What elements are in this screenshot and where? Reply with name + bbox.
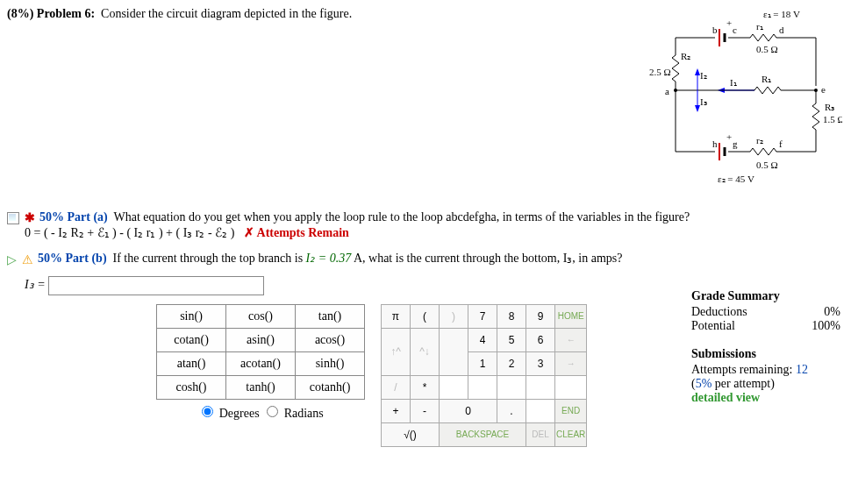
tan-button[interactable]: tan() xyxy=(296,304,365,328)
part-b-q-post: A, what is the current through the botto… xyxy=(351,252,622,265)
svg-text:2.5 Ω: 2.5 Ω xyxy=(649,67,671,77)
svg-text:r₂: r₂ xyxy=(756,135,763,146)
home-button[interactable]: HOME xyxy=(555,304,587,328)
radians-radio[interactable]: Radians xyxy=(262,407,324,420)
lparen-button[interactable]: ( xyxy=(411,304,440,328)
svg-text:a: a xyxy=(665,86,669,96)
grade-title: Grade Summary xyxy=(691,289,840,303)
svg-text:I₂: I₂ xyxy=(700,70,707,81)
num-7[interactable]: 7 xyxy=(468,304,497,328)
svg-text:+: + xyxy=(726,18,732,28)
num-5[interactable]: 5 xyxy=(497,328,526,351)
part-b-title: 50% Part (b) xyxy=(38,252,107,265)
svg-text:0.5 Ω: 0.5 Ω xyxy=(756,160,778,170)
svg-text:ε₁ = 18 V: ε₁ = 18 V xyxy=(763,9,800,19)
number-pad: π ( ) 7 8 9 HOME ↑^ ^↓ 4 5 6 ← 1 2 3 → /… xyxy=(381,304,587,447)
svg-text:e: e xyxy=(821,84,826,95)
svg-text:ε₂ = 45 V: ε₂ = 45 V xyxy=(718,174,754,184)
svg-text:+: + xyxy=(726,131,732,142)
up-button[interactable]: ↑^ xyxy=(382,328,411,375)
sin-button[interactable]: sin() xyxy=(157,304,226,328)
svg-text:c: c xyxy=(733,25,737,35)
part-a-answer: 0 = ( - I₂ R₂ + ℰ₁ ) - ( I₂ r₁ ) + ( I₃ … xyxy=(25,226,234,239)
x-icon: ✱ xyxy=(25,210,35,225)
cotanh-button[interactable]: cotanh() xyxy=(296,375,365,399)
acos-button[interactable]: acos() xyxy=(296,328,365,351)
multiply-button[interactable]: * xyxy=(411,375,440,399)
part-b-given: I₂ = 0.37 xyxy=(306,252,352,265)
play-icon: ▷ xyxy=(7,252,17,267)
num-6[interactable]: 6 xyxy=(526,328,555,351)
svg-text:I₃: I₃ xyxy=(700,96,707,107)
problem-label: Problem 6: xyxy=(37,7,95,20)
svg-text:R₃: R₃ xyxy=(825,102,834,112)
part-a-title: 50% Part (a) xyxy=(39,210,108,224)
tanh-button[interactable]: tanh() xyxy=(226,375,296,399)
num-4[interactable]: 4 xyxy=(468,328,497,351)
cotan-button[interactable]: cotan() xyxy=(157,328,226,351)
pi-button[interactable]: π xyxy=(382,304,411,328)
part-a: ✱ 50% Part (a) What equation do you get … xyxy=(7,210,851,240)
num-3[interactable]: 3 xyxy=(526,351,555,375)
rparen-button[interactable]: ) xyxy=(440,304,468,328)
plus-button[interactable]: + xyxy=(382,399,411,422)
problem-percent: (8%) xyxy=(7,7,33,20)
minus-button[interactable]: - xyxy=(411,399,440,422)
sinh-button[interactable]: sinh() xyxy=(296,351,365,375)
part-b: ▷ ⚠ 50% Part (b) If the current through … xyxy=(7,251,851,266)
svg-text:0.5 Ω: 0.5 Ω xyxy=(756,44,778,54)
right-button[interactable]: → xyxy=(555,351,587,375)
end-button[interactable]: END xyxy=(555,399,587,422)
svg-text:g: g xyxy=(733,138,738,149)
num-0[interactable]: 0 xyxy=(440,399,497,422)
degrees-radio[interactable]: Degrees xyxy=(197,407,259,420)
divide-button[interactable]: / xyxy=(382,375,411,399)
acotan-button[interactable]: acotan() xyxy=(226,351,296,375)
svg-text:r₁: r₁ xyxy=(756,21,763,32)
svg-text:h: h xyxy=(712,138,718,149)
backspace-button[interactable]: BACKSPACE xyxy=(440,422,526,446)
cosh-button[interactable]: cosh() xyxy=(157,375,226,399)
clear-button[interactable]: CLEAR xyxy=(555,422,587,446)
svg-text:R₂: R₂ xyxy=(681,51,690,61)
answer-input[interactable] xyxy=(48,276,264,295)
atan-button[interactable]: atan() xyxy=(157,351,226,375)
i3-label: I₃ = xyxy=(25,278,48,291)
part-a-question: What equation do you get when you apply … xyxy=(114,210,690,224)
problem-text: Consider the circuit diagram depicted in… xyxy=(101,7,352,20)
num-8[interactable]: 8 xyxy=(497,304,526,328)
svg-text:1.5 Ω: 1.5 Ω xyxy=(823,114,842,124)
svg-text:R₁: R₁ xyxy=(761,74,771,84)
asin-button[interactable]: asin() xyxy=(226,328,296,351)
left-button[interactable]: ← xyxy=(555,328,587,351)
down-button[interactable]: ^↓ xyxy=(411,328,440,375)
svg-text:d: d xyxy=(779,25,784,35)
circuit-figure: text{font-family:'Times New Roman',serif… xyxy=(649,7,842,191)
checkbox-icon xyxy=(7,212,19,224)
part-b-q-pre: If the current through the top branch is xyxy=(113,252,306,265)
cos-button[interactable]: cos() xyxy=(226,304,296,328)
dot-button[interactable]: . xyxy=(497,399,526,422)
grade-summary: Grade Summary Deductions0% Potential100%… xyxy=(691,289,840,405)
sqrt-button[interactable]: √() xyxy=(382,422,440,446)
svg-text:b: b xyxy=(712,25,718,35)
svg-text:I₁: I₁ xyxy=(730,77,737,88)
del-button[interactable]: DEL xyxy=(526,422,555,446)
num-9[interactable]: 9 xyxy=(526,304,555,328)
submissions-title: Submissions xyxy=(691,347,840,361)
num-2[interactable]: 2 xyxy=(497,351,526,375)
warning-icon: ⚠ xyxy=(22,252,33,267)
svg-text:f: f xyxy=(779,138,783,149)
function-pad: sin()cos()tan() cotan()asin()acos() atan… xyxy=(156,304,365,400)
attempts-count: 12 xyxy=(796,363,808,376)
num-1[interactable]: 1 xyxy=(468,351,497,375)
detailed-view-link[interactable]: detailed view xyxy=(691,391,840,405)
attempts-remain: ✗ Attempts Remain xyxy=(244,226,349,239)
